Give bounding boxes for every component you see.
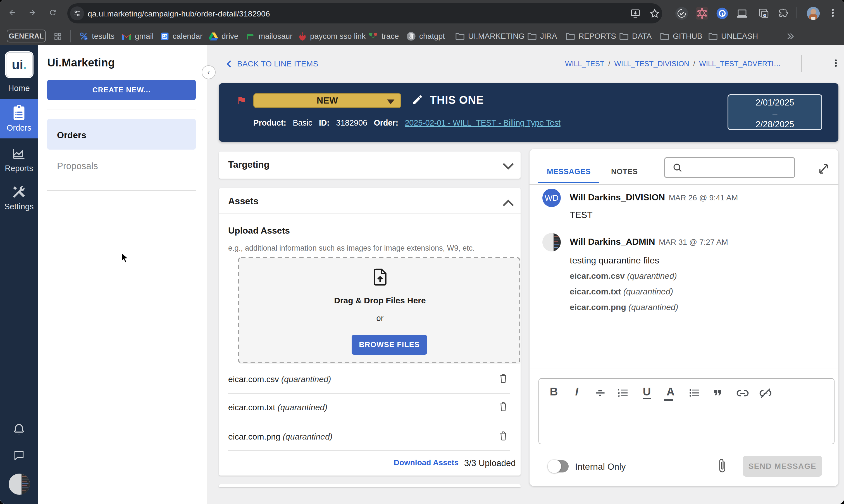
svg-text:15: 15 bbox=[163, 34, 167, 38]
